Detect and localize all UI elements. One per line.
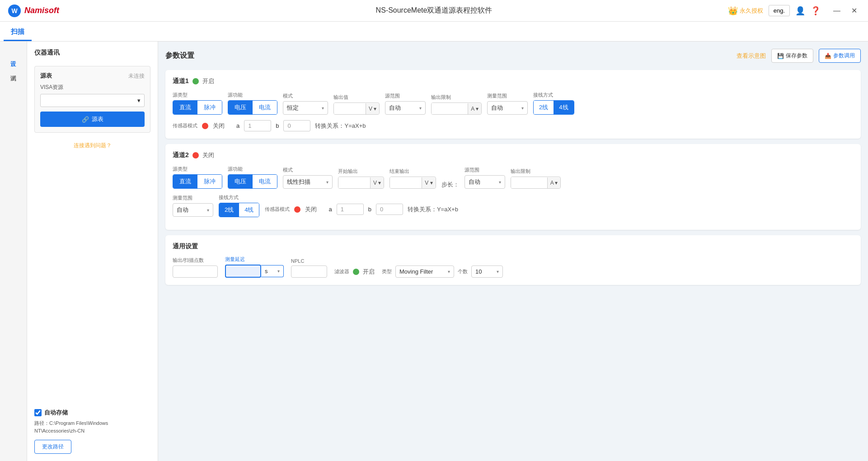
load-params-button[interactable]: 📥 参数调用 — [819, 49, 861, 63]
filter-type-value: Moving Filter — [399, 268, 433, 275]
connect-button[interactable]: 🔗 源表 — [40, 112, 145, 127]
save-icon: 💾 — [777, 53, 784, 59]
channel2-params-row2: 测量范围 自动 ▾ 接线方式 2线 4线 传感器模式 关闭 — [173, 194, 854, 217]
filter-state: 开启 — [363, 268, 375, 276]
channel2-current-btn[interactable]: 电流 — [253, 175, 277, 188]
channel1-measure-range-group: 测量范围 自动 ▾ — [487, 93, 528, 115]
channel2-limit-value[interactable] — [511, 177, 547, 188]
channel1-mode-arrow: ▾ — [322, 106, 324, 111]
tab-scan[interactable]: 扫描 — [4, 24, 32, 41]
sidebar-item-test[interactable]: 测试 — [6, 65, 21, 76]
channel2-source-range-group: 源范围 自动 ▾ — [464, 167, 505, 189]
channel2-mode-group: 模式 线性扫描 ▾ — [283, 167, 333, 189]
channel1-sensor-label: 传感器模式 — [173, 122, 197, 129]
delay-label: 测量延迟 — [225, 256, 284, 263]
channel2-end-value[interactable] — [390, 177, 422, 188]
channel2-pulse-btn[interactable]: 脉冲 — [197, 175, 222, 188]
channel2-limit-input: A ▾ — [511, 177, 561, 189]
save-params-button[interactable]: 💾 保存参数 — [771, 49, 813, 63]
filter-label: 滤波器 — [334, 268, 349, 275]
points-group: 输出/扫描点数 — [173, 257, 218, 278]
channel2-start-unit[interactable]: V ▾ — [370, 177, 384, 188]
language-button[interactable]: eng. — [769, 5, 790, 16]
channel1-output-unit[interactable]: V ▾ — [366, 103, 379, 114]
channel1-source-type-group: 源类型 直流 脉冲 — [173, 92, 222, 115]
channel1-sensor-row: 传感器模式 关闭 a b 转换关系：Y=aX+b — [173, 120, 854, 131]
channel2-wire-btns: 2线 4线 — [219, 203, 259, 217]
channel1-voltage-btn[interactable]: 电压 — [228, 101, 253, 114]
channel2-2wire-btn[interactable]: 2线 — [219, 203, 239, 217]
delay-input[interactable]: 0.005 — [225, 265, 261, 278]
channel1-output-value[interactable] — [334, 103, 366, 114]
channel2-4wire-btn[interactable]: 4线 — [239, 203, 259, 217]
channel1-pulse-btn[interactable]: 脉冲 — [197, 101, 222, 114]
channel1-4wire-btn[interactable]: 4线 — [554, 101, 573, 114]
channel1-mode-dropdown[interactable]: 恒定 ▾ — [283, 101, 328, 115]
sidebar-item-settings[interactable]: 设置 — [6, 51, 21, 61]
nplc-input[interactable]: 1 — [291, 265, 327, 278]
channel2-start-value[interactable] — [338, 177, 370, 188]
channel2-sensor-b[interactable] — [376, 204, 403, 215]
channel2-dc-btn[interactable]: 直流 — [173, 175, 197, 188]
sidebar: 设置 测试 — [0, 42, 27, 461]
load-icon: 📥 — [825, 53, 831, 59]
filter-count-dropdown[interactable]: 10 ▾ — [471, 265, 503, 278]
channel2-sensor-b-label: b — [368, 206, 371, 213]
channel2-end-unit[interactable]: V ▾ — [422, 177, 435, 188]
channel1-source-func-group: 源功能 电压 电流 — [228, 92, 277, 115]
change-path-button[interactable]: 更改路径 — [34, 440, 71, 454]
channel1-2wire-btn[interactable]: 2线 — [534, 101, 554, 114]
svg-text:W: W — [11, 7, 18, 14]
points-input[interactable] — [173, 265, 218, 278]
channel1-limit-value[interactable] — [432, 103, 468, 114]
channel2-mode-dropdown[interactable]: 线性扫描 ▾ — [283, 175, 333, 189]
channel1-current-btn[interactable]: 电流 — [253, 101, 277, 114]
channel1-toggle-label: 开启 — [202, 77, 214, 85]
channel2-limit-unit[interactable]: A ▾ — [547, 177, 561, 188]
channel1-sensor-a[interactable] — [244, 120, 271, 131]
visa-select[interactable]: ▾ — [40, 94, 145, 107]
diagram-link[interactable]: 查看示意图 — [737, 52, 766, 60]
header-actions: 查看示意图 💾 保存参数 📥 参数调用 — [737, 49, 861, 63]
channel2-step-group: 步长： — [441, 179, 459, 189]
general-settings-card: 通用设置 输出/扫描点数 测量延迟 0.005 s ▾ — [165, 235, 861, 285]
titlebar-right: 👑 永久授权 eng. 👤 ❓ — ✕ — [728, 5, 861, 17]
help-icon[interactable]: ❓ — [811, 6, 821, 16]
channel2-wire-label: 接线方式 — [219, 194, 259, 201]
minimize-button[interactable]: — — [830, 5, 844, 17]
channel2-source-func-btns: 电压 电流 — [228, 174, 277, 189]
channel1-source-range-group: 源范围 自动 ▾ — [385, 93, 426, 115]
channel2-sensor-a[interactable] — [337, 204, 364, 215]
channel2-voltage-btn[interactable]: 电压 — [228, 175, 253, 188]
visa-label: VISA资源 — [40, 84, 145, 91]
user-icon[interactable]: 👤 — [795, 6, 805, 16]
delay-unit-dropdown[interactable]: s ▾ — [261, 265, 284, 277]
source-label: 源表 — [40, 72, 52, 80]
channel2-source-type-btns: 直流 脉冲 — [173, 174, 222, 189]
source-row: 源表 未连接 — [40, 72, 145, 80]
channel1-sensor-b[interactable] — [283, 120, 310, 131]
auto-save-checkbox[interactable] — [34, 409, 42, 416]
save-label: 保存参数 — [786, 52, 807, 60]
panel-title: 仪器通讯 — [34, 49, 150, 57]
channel1-source-type-label: 源类型 — [173, 92, 222, 98]
channel2-source-range-dropdown[interactable]: 自动 ▾ — [464, 175, 505, 189]
save-path: 路径：C:\Program Files\Windows NT\Accessori… — [34, 419, 150, 435]
channel1-measure-range-dropdown[interactable]: 自动 ▾ — [487, 101, 528, 115]
channel1-sensor-a-label: a — [236, 122, 239, 129]
channel1-source-range-dropdown[interactable]: 自动 ▾ — [385, 101, 426, 115]
channel1-sensor-dot — [202, 123, 208, 129]
content-header: 参数设置 查看示意图 💾 保存参数 📥 参数调用 — [165, 49, 861, 63]
filter-type-dropdown[interactable]: Moving Filter ▾ — [395, 265, 454, 278]
connection-help-link[interactable]: 连接遇到问题？ — [34, 142, 150, 149]
tabbar: 扫描 — [0, 22, 868, 42]
app-title: NS-SourceMete双通道源表程控软件 — [376, 6, 493, 15]
channel1-limit-unit[interactable]: A ▾ — [468, 103, 481, 114]
channel1-dc-btn[interactable]: 直流 — [173, 101, 197, 114]
license-badge: 👑 永久授权 — [728, 6, 763, 16]
channel2-output-limit-label: 输出限制 — [511, 168, 561, 175]
titlebar: W Namisoft NS-SourceMete双通道源表程控软件 👑 永久授权… — [0, 0, 868, 22]
channel1-mode-value: 恒定 — [287, 104, 299, 112]
channel2-measure-range-dropdown[interactable]: 自动 ▾ — [173, 203, 213, 217]
close-button[interactable]: ✕ — [848, 5, 861, 17]
